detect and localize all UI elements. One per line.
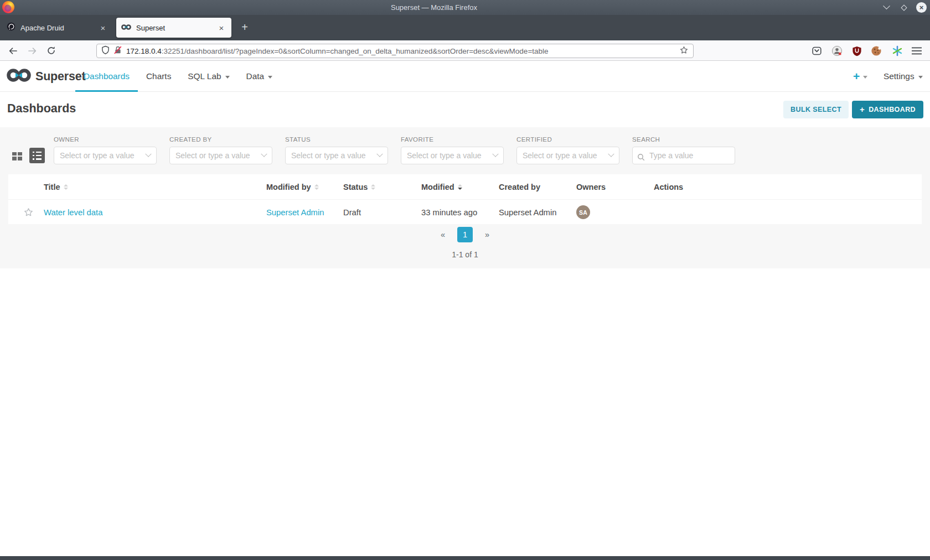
filter-status: STATUS Select or type a value bbox=[285, 136, 388, 164]
owner-avatar[interactable]: SA bbox=[576, 200, 590, 225]
url-text: 172.18.0.4:32251/dashboard/list/?pageInd… bbox=[126, 47, 679, 55]
nav-charts[interactable]: Charts bbox=[138, 61, 179, 92]
dashboard-list-content: OWNER Select or type a value CREATED BY … bbox=[0, 127, 930, 268]
page-title: Dashboards bbox=[7, 102, 76, 116]
browser-toolbar: 172.18.0.4:32251/dashboard/list/?pageInd… bbox=[0, 40, 930, 61]
sort-icon bbox=[64, 184, 68, 190]
created-by-value: Superset Admin bbox=[499, 200, 556, 225]
menu-icon[interactable] bbox=[910, 44, 923, 58]
superset-logo[interactable]: Superset bbox=[7, 61, 85, 92]
nav-data[interactable]: Data bbox=[238, 61, 281, 92]
bookmark-star-icon[interactable] bbox=[679, 45, 689, 57]
lock-slash-icon[interactable] bbox=[113, 45, 122, 57]
pagination: « 1 » bbox=[0, 227, 930, 242]
asterisk-extension-icon[interactable] bbox=[891, 44, 904, 58]
filter-search: SEARCH bbox=[632, 136, 735, 164]
owner-select[interactable]: Select or type a value bbox=[54, 147, 157, 164]
card-view-toggle[interactable] bbox=[9, 148, 24, 164]
column-owners[interactable]: Owners bbox=[576, 174, 606, 199]
filter-label: STATUS bbox=[285, 136, 388, 143]
status-select[interactable]: Select or type a value bbox=[285, 147, 388, 164]
plus-icon: + bbox=[853, 70, 860, 83]
chevron-down-icon bbox=[608, 151, 614, 157]
modified-by-link[interactable]: Superset Admin bbox=[266, 200, 324, 225]
main-menu: Dashboards Charts SQL Lab Data bbox=[75, 61, 281, 92]
search-icon bbox=[637, 153, 645, 163]
forward-button[interactable] bbox=[24, 43, 40, 59]
filter-label: CREATED BY bbox=[169, 136, 272, 143]
chevron-down-icon bbox=[268, 76, 272, 79]
cookie-extension-icon[interactable] bbox=[870, 44, 883, 58]
column-modified[interactable]: Modified bbox=[421, 174, 462, 199]
column-created-by[interactable]: Created by bbox=[499, 174, 540, 199]
next-page-button[interactable]: » bbox=[482, 228, 493, 241]
tab-close-icon[interactable]: × bbox=[216, 23, 226, 33]
pocket-icon[interactable] bbox=[810, 44, 823, 58]
druid-favicon-icon bbox=[7, 22, 16, 33]
certified-select[interactable]: Select or type a value bbox=[516, 147, 619, 164]
chevron-down-icon bbox=[376, 151, 383, 157]
nav-sql-lab[interactable]: SQL Lab bbox=[179, 61, 237, 92]
column-status[interactable]: Status bbox=[343, 174, 375, 199]
window-bottom-edge bbox=[0, 556, 930, 560]
modified-value: 33 minutes ago bbox=[421, 200, 477, 225]
favorite-star-icon[interactable] bbox=[23, 200, 34, 225]
filter-label: FAVORITE bbox=[401, 136, 504, 143]
column-modified-by[interactable]: Modified by bbox=[266, 174, 319, 199]
list-view-icon bbox=[33, 152, 42, 160]
created-by-select[interactable]: Select or type a value bbox=[169, 147, 272, 164]
new-dashboard-button[interactable]: + DASHBOARD bbox=[852, 101, 923, 118]
chevron-down-icon bbox=[225, 76, 230, 79]
filter-label: SEARCH bbox=[632, 136, 735, 143]
column-title[interactable]: Title bbox=[44, 174, 68, 199]
bulk-select-button[interactable]: BULK SELECT bbox=[783, 101, 849, 118]
settings-menu[interactable]: Settings bbox=[884, 61, 923, 92]
browser-tab-bar: Apache Druid × Superset × + bbox=[0, 15, 930, 40]
tab-label: Apache Druid bbox=[20, 24, 98, 32]
search-input[interactable] bbox=[632, 147, 735, 164]
chevron-down-icon bbox=[863, 76, 867, 79]
list-view-toggle[interactable] bbox=[29, 148, 45, 163]
favorite-select[interactable]: Select or type a value bbox=[401, 147, 504, 164]
chevron-down-icon bbox=[145, 151, 151, 157]
shield-icon[interactable] bbox=[101, 45, 110, 57]
column-actions: Actions bbox=[654, 174, 683, 199]
tab-apache-druid[interactable]: Apache Druid × bbox=[2, 18, 113, 38]
nav-dashboards[interactable]: Dashboards bbox=[75, 61, 138, 92]
url-host: 172.18.0.4 bbox=[126, 47, 162, 55]
table-header: Title Modified by Status Modified Create… bbox=[8, 174, 922, 199]
sort-icon bbox=[314, 184, 319, 190]
dashboard-title-link[interactable]: Water level data bbox=[44, 200, 102, 225]
minimize-icon[interactable] bbox=[881, 2, 892, 13]
prev-page-button[interactable]: « bbox=[437, 228, 448, 241]
close-icon[interactable]: × bbox=[916, 2, 927, 13]
tab-label: Superset bbox=[136, 24, 216, 32]
chevron-down-icon bbox=[492, 151, 498, 157]
superset-favicon-icon bbox=[121, 23, 131, 33]
url-path: :32251/dashboard/list/?pageIndex=0&sortC… bbox=[162, 47, 549, 55]
new-item-menu[interactable]: + bbox=[853, 61, 867, 92]
chevron-down-icon bbox=[918, 76, 923, 79]
avatar: SA bbox=[576, 205, 590, 219]
filter-label: CERTIFIED bbox=[516, 136, 619, 143]
ublock-icon[interactable] bbox=[850, 44, 864, 58]
superset-infinity-icon bbox=[7, 68, 31, 85]
reload-button[interactable] bbox=[43, 43, 59, 59]
window-controls: × bbox=[881, 0, 927, 15]
maximize-icon[interactable] bbox=[898, 2, 910, 13]
page-1-button[interactable]: 1 bbox=[457, 227, 473, 242]
superset-navbar: Superset Dashboards Charts SQL Lab Data … bbox=[0, 61, 930, 92]
proxy-extension-icon[interactable] bbox=[830, 44, 844, 58]
status-value: Draft bbox=[343, 200, 361, 225]
filter-label: OWNER bbox=[54, 136, 157, 143]
new-tab-button[interactable]: + bbox=[237, 20, 252, 35]
window-titlebar: Superset — Mozilla Firefox × bbox=[0, 0, 930, 15]
sort-desc-icon bbox=[458, 184, 462, 190]
page-header: Dashboards BULK SELECT + DASHBOARD bbox=[0, 92, 930, 127]
tab-superset[interactable]: Superset × bbox=[116, 18, 231, 38]
tab-close-icon[interactable]: × bbox=[98, 23, 108, 33]
back-button[interactable] bbox=[4, 43, 21, 59]
url-bar[interactable]: 172.18.0.4:32251/dashboard/list/?pageInd… bbox=[96, 44, 694, 58]
filter-owner: OWNER Select or type a value bbox=[54, 136, 157, 164]
filter-favorite: FAVORITE Select or type a value bbox=[401, 136, 504, 164]
